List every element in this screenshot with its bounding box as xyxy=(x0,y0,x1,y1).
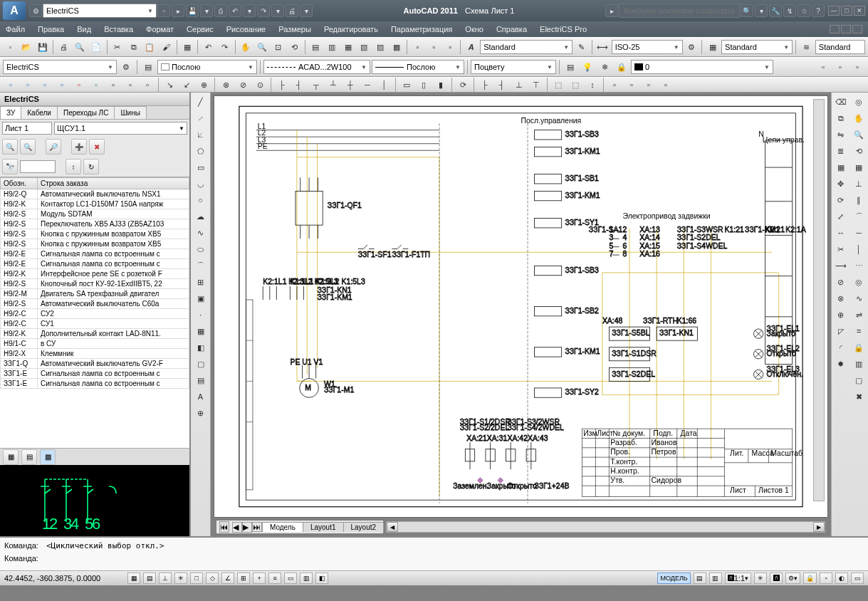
paste-icon[interactable]: 📋 xyxy=(142,39,157,55)
ml-style-dropdown[interactable]: Standard xyxy=(815,40,865,54)
array-icon[interactable]: ▦ xyxy=(833,160,849,175)
text-style-btn-icon[interactable]: ✎ xyxy=(574,39,589,55)
el-t7-icon[interactable]: ▫ xyxy=(105,77,121,93)
el-box2-icon[interactable]: ▯ xyxy=(416,77,432,93)
extend-icon[interactable]: ⟶ xyxy=(833,258,849,273)
qa-new-icon[interactable]: ▫ xyxy=(157,4,170,17)
exchange-icon[interactable]: 🔧 xyxy=(769,4,782,17)
el-c1-icon[interactable]: ▫ xyxy=(607,77,622,93)
isolate-icon[interactable]: ◐ xyxy=(835,573,848,584)
table-row[interactable]: H9/2-SМодуль SDTAM xyxy=(1,209,189,219)
qa-open-icon[interactable]: ▸ xyxy=(172,4,184,17)
dc-icon[interactable]: ▥ xyxy=(324,39,339,55)
table-row[interactable]: H9/2-XКлеммник xyxy=(1,349,189,359)
hatch-icon[interactable]: ▦ xyxy=(193,323,209,339)
qa-redo-icon[interactable]: ↷ xyxy=(257,4,270,17)
rect-icon[interactable]: ▭ xyxy=(193,160,209,175)
zoom-prev-icon[interactable]: ⟲ xyxy=(287,39,302,55)
arc-icon[interactable]: ◡ xyxy=(193,176,209,192)
el-t8-icon[interactable]: ▫ xyxy=(122,77,138,93)
redo2-icon[interactable]: ↷ xyxy=(217,39,232,55)
el-r1-icon[interactable]: ⟳ xyxy=(455,77,471,93)
cut-icon[interactable]: ✂ xyxy=(110,39,125,55)
lwt-button[interactable]: ≡ xyxy=(268,573,281,584)
el-box3-icon[interactable]: ▮ xyxy=(433,77,449,93)
point-icon[interactable]: · xyxy=(193,307,209,323)
3dosnap-button[interactable]: ◇ xyxy=(206,573,219,584)
h-scrollbar[interactable]: ◀ ▶ xyxy=(386,521,825,533)
mtext2-icon[interactable]: A xyxy=(193,389,209,404)
table-row[interactable]: H9/2-CСУ1 xyxy=(1,319,189,329)
hardware-icon[interactable]: ▫ xyxy=(820,573,832,584)
cons-par-icon[interactable]: ∥ xyxy=(851,192,867,208)
pan-icon[interactable]: ✋ xyxy=(239,39,253,55)
spline-icon[interactable]: ∿ xyxy=(193,225,209,241)
cons-smooth-icon[interactable]: ∿ xyxy=(851,291,867,306)
publish-icon[interactable]: 📄 xyxy=(89,39,104,55)
cons-colin-icon[interactable]: ⋯ xyxy=(851,258,867,273)
el-conn3-icon[interactable]: ┬ xyxy=(308,77,324,93)
table-style-icon[interactable]: ▦ xyxy=(705,39,720,55)
nav-zoom-icon[interactable]: 🔍 xyxy=(851,127,867,142)
el-t12-icon[interactable]: ⊕ xyxy=(196,77,211,93)
rotate-icon[interactable]: ⟳ xyxy=(833,192,849,208)
el-t14-icon[interactable]: ⊘ xyxy=(235,77,251,93)
break-icon[interactable]: ⊘ xyxy=(833,274,849,290)
el-a2-icon[interactable]: ┤ xyxy=(494,77,510,93)
el-b3-icon[interactable]: ↕ xyxy=(585,77,600,93)
ellipsearc-icon[interactable]: ⌒ xyxy=(193,258,209,273)
table-row[interactable]: H9/2-QАвтоматический выключатель NSX1 xyxy=(1,189,189,199)
cons-hide-icon[interactable]: ▢ xyxy=(851,372,867,388)
menu-electrics[interactable]: ElectriCS Pro xyxy=(540,25,587,33)
el-c2-icon[interactable]: ▫ xyxy=(624,77,639,93)
filter-icon[interactable]: 🔭 xyxy=(2,159,18,174)
table-row[interactable]: H9/2-KДополнительный контакт LAD-8N11. xyxy=(1,329,189,339)
new-icon[interactable]: ▫ xyxy=(3,39,18,55)
layout-quick2-icon[interactable]: ▥ xyxy=(709,573,722,584)
app-logo[interactable]: A xyxy=(3,1,26,20)
join-icon[interactable]: ⊕ xyxy=(833,307,849,323)
search-icon[interactable]: 🔍 xyxy=(741,4,753,17)
block-icon[interactable]: ▦ xyxy=(179,39,194,55)
save-icon[interactable]: 💾 xyxy=(36,39,51,55)
nav-orbit-icon[interactable]: ⟲ xyxy=(851,143,867,159)
mtext-icon[interactable]: A xyxy=(464,39,479,55)
highlight-icon[interactable]: 🔎 xyxy=(46,139,61,155)
sc-button[interactable]: ◧ xyxy=(315,573,328,584)
el-a4-icon[interactable]: ⊤ xyxy=(528,77,544,93)
menu-dimension[interactable]: Размеры xyxy=(278,25,311,33)
sort-icon[interactable]: ↕ xyxy=(66,159,81,174)
cons-del-icon[interactable]: ✖ xyxy=(851,389,867,404)
cons-tan-icon[interactable]: ⌒ xyxy=(851,209,867,224)
layer-tool1-icon[interactable]: ▫ xyxy=(815,59,831,75)
el-conn7-icon[interactable]: │ xyxy=(377,77,392,93)
menu-insert[interactable]: Вставка xyxy=(104,25,133,33)
scroll-right-icon[interactable]: ▶ xyxy=(813,522,825,532)
stretch-icon[interactable]: ↔ xyxy=(833,225,849,241)
otrack-button[interactable]: ∠ xyxy=(221,573,234,584)
ws-switch-icon[interactable]: ⚙▾ xyxy=(785,573,800,584)
qa-print-icon[interactable]: 🖨 xyxy=(286,4,298,17)
preview-icon[interactable]: 🔍 xyxy=(73,39,88,55)
menu-modify[interactable]: Редактировать xyxy=(324,25,378,33)
preview-list-icon[interactable]: ▤ xyxy=(21,449,37,465)
maximize-button[interactable]: □ xyxy=(841,6,852,16)
minimize-button[interactable]: — xyxy=(828,6,840,16)
tab-first-icon[interactable]: ⏮ xyxy=(219,521,229,533)
copy2-icon[interactable]: ⧉ xyxy=(833,110,849,126)
polygon-icon[interactable]: ⬠ xyxy=(193,143,209,159)
ml-style-icon[interactable]: ≋ xyxy=(799,39,814,55)
menu-edit[interactable]: Правка xyxy=(38,25,64,33)
pline-icon[interactable]: ⟀ xyxy=(193,127,209,142)
table-icon[interactable]: ▤ xyxy=(193,372,209,388)
open-icon[interactable]: 📂 xyxy=(19,39,34,55)
table-row[interactable]: ЗЗГ1-EСигнальная лампа со встроенным с xyxy=(1,379,189,389)
table-row[interactable]: H9/2-KКонтактор LC1-D150M7 150А напряж xyxy=(1,199,189,209)
dyn-button[interactable]: + xyxy=(253,573,266,584)
cons-fix-icon[interactable]: 🔒 xyxy=(851,340,867,355)
circle-icon[interactable]: ○ xyxy=(193,192,209,208)
tool-x2-icon[interactable]: ▫ xyxy=(427,39,441,55)
table-row[interactable]: H9/2-SКнопка с пружинным возвратом XB5 xyxy=(1,229,189,239)
table-row[interactable]: H9/2-CСУ2 xyxy=(1,309,189,319)
table-row[interactable]: H9/2-SПереключатель XB5 AJ33 (ZB5AZ103 xyxy=(1,219,189,229)
